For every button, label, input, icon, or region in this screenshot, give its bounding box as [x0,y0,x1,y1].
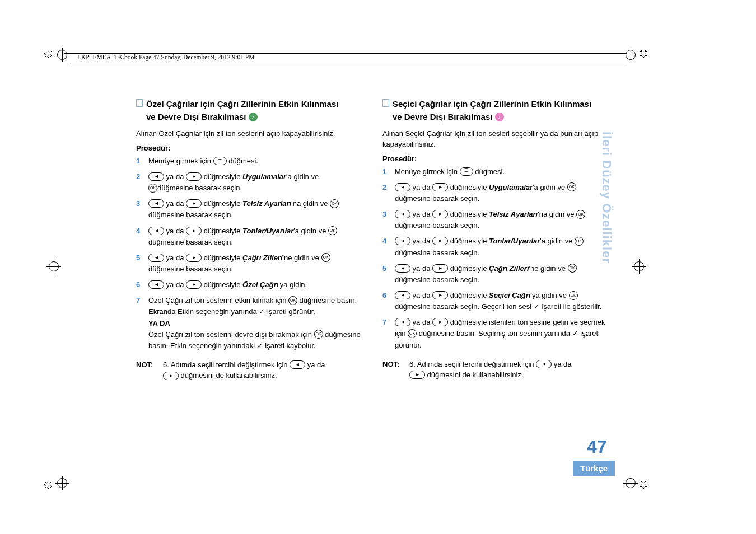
tone-icon [249,113,258,121]
right-arrow-icon [409,371,425,379]
right-arrow-icon [186,280,202,289]
left-arrow-icon [536,360,552,368]
step-number: 6 [382,290,395,312]
step-5: 5 ya da düğmesiyle Çağrı Zilleri'ne gidi… [136,252,366,275]
step-body: ya da düğmesiyle Çağrı Zilleri'ne gidin … [395,263,612,285]
step-number: 3 [136,198,148,221]
step-body: ya da düğmesiyle Uygulamalar'a gidin ve … [395,182,612,204]
language-badge: Türkçe [573,461,615,476]
right-arrow-icon [186,227,202,235]
left-arrow-icon [148,254,164,262]
heading-line-2: ve Devre Dışı Bırakılması [393,112,492,121]
step-body: Özel Çağrı zil ton seslerini etkin kılma… [148,295,366,352]
step-body: ya da düğmesiyle Seçici Çağrı'ya gidin v… [395,290,612,312]
right-column: Seçici Çağrılar için Çağrı Zillerinin Et… [382,98,612,381]
step-body: ya da düğmesiyle Telsiz Ayarları'na gidi… [148,198,366,221]
step-1: 1 Menüye girmek için düğmesi. [382,166,612,177]
intro-text: Alınan Özel Çağrılar için zil ton sesler… [136,129,366,139]
registration-mark-icon [42,479,54,491]
step-body: ya da düğmesiyle Tonlar/Uyarılar'a gidin… [395,236,612,258]
note: NOT: 6. Adımda seçili tercihi değiştirme… [382,359,612,381]
content-area: Özel Çağrılar için Çağrı Zillerinin Etki… [136,98,612,381]
step-number: 4 [382,236,395,258]
ok-button-icon [288,296,297,305]
step-number: 7 [136,295,148,352]
registration-mark-icon [637,479,650,491]
left-arrow-icon [290,360,305,369]
right-arrow-icon [186,254,202,262]
ok-button-icon [148,184,157,193]
ok-button-icon [575,237,584,246]
check-icon: ✓ [572,329,578,338]
right-arrow-icon [186,199,202,208]
ok-button-icon [567,182,576,191]
page-number: 47 [587,437,607,457]
heading-line-1: Seçici Çağrılar için Çağrı Zillerinin Et… [393,99,591,109]
right-arrow-icon [432,291,448,299]
step-body: ya da düğmesiyle istenilen ton sesine ge… [395,317,612,350]
step-number: 7 [382,317,395,350]
ok-button-icon [328,226,337,235]
registration-mark-icon [637,48,650,60]
heading-line-1: Özel Çağrılar için Çağrı Zillerinin Etki… [146,99,338,109]
step-3: 3 ya da düğmesiyle Telsiz Ayarları'na gi… [136,198,366,221]
left-arrow-icon [395,264,410,273]
step-5: 5 ya da düğmesiyle Çağrı Zilleri'ne gidi… [382,263,612,285]
or-label: YA DA [148,319,170,327]
note: NOT: 6. Adımda seçili tercihi değiştirme… [136,359,366,381]
step-4: 4 ya da düğmesiyle Tonlar/Uyarılar'a gid… [136,226,366,248]
procedure-label: Prosedür: [136,144,366,152]
note-label: NOT: [136,359,163,381]
left-arrow-icon [395,318,410,326]
left-arrow-icon [148,280,164,289]
step-7: 7 ya da düğmesiyle istenilen ton sesine … [382,317,612,350]
ok-button-icon [408,329,417,338]
right-arrow-icon [186,172,202,181]
step-number: 2 [136,171,148,194]
step-1: 1 Menüye girmek için düğmesi. [136,156,366,167]
note-body: 6. Adımda seçili tercihi değiştirmek içi… [163,359,366,381]
section-heading: Özel Çağrılar için Çağrı Zillerinin Etki… [136,98,366,123]
left-column: Özel Çağrılar için Çağrı Zillerinin Etki… [136,98,366,381]
step-number: 6 [136,279,148,291]
section-heading: Seçici Çağrılar için Çağrı Zillerinin Et… [382,98,612,123]
step-number: 5 [136,252,148,275]
step-body: Menüye girmek için düğmesi. [148,156,366,167]
step-body: ya da düğmesiyle Çağrı Zilleri'ne gidin … [148,252,366,275]
header-rule [70,63,624,63]
crosshair-icon [632,259,646,274]
step-number: 2 [382,182,395,204]
document-icon [136,99,143,107]
step-body: ya da düğmesiyle Özel Çağrı'ya gidin. [148,279,366,291]
step-7: 7 Özel Çağrı zil ton seslerini etkin kıl… [136,295,366,352]
ok-button-icon [569,291,578,300]
menu-button-icon [213,157,227,165]
ok-button-icon [330,199,339,208]
step-body: ya da düğmesiyle Telsiz Ayarları'na gidi… [395,209,612,231]
registration-mark-icon [42,48,54,60]
check-icon: ✓ [259,307,265,316]
intro-text: Alınan Seçici Çağrılar için zil ton sesl… [382,129,612,150]
left-arrow-icon [395,210,410,218]
right-arrow-icon [432,237,448,245]
note-body: 6. Adımda seçili tercihi değiştirmek içi… [409,359,612,381]
step-3: 3 ya da düğmesiyle Telsiz Ayarları'na gi… [382,209,612,231]
document-icon [382,99,389,107]
menu-button-icon [460,167,473,176]
step-number: 1 [136,156,148,167]
left-arrow-icon [395,237,410,245]
step-number: 3 [382,209,395,231]
right-arrow-icon [432,318,448,326]
check-icon: ✓ [257,341,263,350]
page-header: LKP_EMEA_TK.book Page 47 Sunday, Decembe… [77,54,254,60]
ok-button-icon [568,264,577,273]
note-label: NOT: [382,359,409,381]
ok-button-icon [576,210,585,219]
check-icon: ✓ [534,302,540,311]
procedure-label: Prosedür: [382,154,612,163]
step-number: 4 [136,226,148,248]
step-number: 5 [382,263,395,285]
step-number: 1 [382,166,395,177]
step-2: 2 ya da düğmesiyle Uygulamalar'a gidin v… [136,171,366,194]
heading-line-2: ve Devre Dışı Bırakılması [146,112,246,121]
